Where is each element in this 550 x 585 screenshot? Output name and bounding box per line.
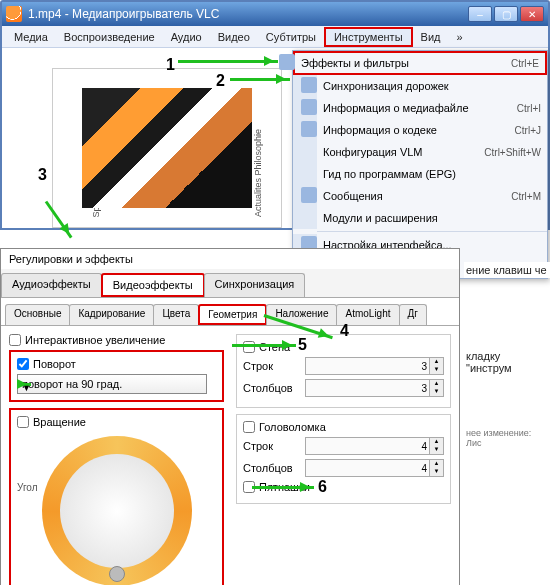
menu-item-icon bbox=[301, 99, 317, 115]
menu-видео[interactable]: Видео bbox=[210, 29, 258, 45]
annot-4: 4 bbox=[340, 322, 349, 340]
maximize-button[interactable]: ▢ bbox=[494, 6, 518, 22]
rotation-dial[interactable] bbox=[42, 436, 192, 585]
puzzle-cols-spinner[interactable]: 4▲▼ bbox=[305, 459, 444, 477]
wall-row[interactable]: Стена bbox=[243, 341, 444, 353]
arrow-6 bbox=[252, 486, 314, 489]
menu-инструменты[interactable]: Инструменты bbox=[324, 27, 413, 47]
puzzle-rows-label: Строк bbox=[243, 440, 299, 452]
sub-tab[interactable]: Кадрирование bbox=[69, 304, 154, 325]
arrow-1 bbox=[178, 60, 278, 63]
menu-item[interactable]: Эффекты и фильтрыCtrl+E bbox=[293, 51, 547, 75]
menubar: МедиаВоспроизведениеАудиоВидеоСубтитрыИн… bbox=[2, 26, 548, 48]
main-tab[interactable]: Видеоэффекты bbox=[101, 273, 205, 297]
angle-label: Угол bbox=[17, 482, 38, 493]
sub-tab[interactable]: Геометрия bbox=[198, 304, 267, 325]
rotate-checkbox[interactable] bbox=[17, 358, 29, 370]
menu-»[interactable]: » bbox=[448, 29, 470, 45]
effects-main-tabs: АудиоэффектыВидеоэффектыСинхронизация bbox=[1, 269, 459, 298]
sub-tab[interactable]: Наложение bbox=[266, 304, 337, 325]
rotation-checkbox[interactable] bbox=[17, 416, 29, 428]
rotate-combo[interactable]: поворот на 90 град. ▼ bbox=[17, 374, 207, 394]
menu-воспроизведение[interactable]: Воспроизведение bbox=[56, 29, 163, 45]
menu-аудио[interactable]: Аудио bbox=[163, 29, 210, 45]
wall-cols-spinner[interactable]: 3▲▼ bbox=[305, 379, 444, 397]
minimize-button[interactable]: – bbox=[468, 6, 492, 22]
annot-5: 5 bbox=[298, 336, 307, 354]
puzzle-rows-spinner[interactable]: 4▲▼ bbox=[305, 437, 444, 455]
sub-tab[interactable]: Основные bbox=[5, 304, 70, 325]
arrow-2 bbox=[230, 78, 290, 81]
puzzle-cols-label: Столбцов bbox=[243, 462, 299, 474]
annot-6: 6 bbox=[318, 478, 327, 496]
puzzle-row[interactable]: Головоломка bbox=[243, 421, 444, 433]
wall-rows-spinner[interactable]: 3▲▼ bbox=[305, 357, 444, 375]
rotate-row[interactable]: Поворот bbox=[17, 358, 216, 370]
wall-checkbox[interactable] bbox=[243, 341, 255, 353]
wall-cols-label: Столбцов bbox=[243, 382, 299, 394]
rotate-label: Поворот bbox=[33, 358, 76, 370]
main-tab[interactable]: Синхронизация bbox=[204, 273, 306, 297]
puzzle-checkbox[interactable] bbox=[243, 421, 255, 433]
sub-tab[interactable]: Дг bbox=[399, 304, 427, 325]
menu-item[interactable]: Конфигурация VLMCtrl+Shift+W bbox=[293, 141, 547, 163]
annot-2: 2 bbox=[216, 72, 225, 90]
arrow-5 bbox=[232, 344, 296, 347]
effects-dialog: Регулировки и эффекты АудиоэффектыВидеоэ… bbox=[0, 248, 460, 585]
menu-item[interactable]: СообщенияCtrl+M bbox=[293, 185, 547, 207]
titlebar[interactable]: 1.mp4 - Медиапроигрыватель VLC – ▢ ✕ bbox=[2, 2, 548, 26]
menu-вид[interactable]: Вид bbox=[413, 29, 449, 45]
chevron-down-icon: ▼ bbox=[22, 383, 31, 386]
tools-dropdown-menu: Эффекты и фильтрыCtrl+EСинхронизация дор… bbox=[292, 50, 548, 279]
menu-субтитры[interactable]: Субтитры bbox=[258, 29, 324, 45]
rotation-row[interactable]: Вращение bbox=[17, 416, 216, 428]
rotation-label: Вращение bbox=[33, 416, 86, 428]
menu-item-icon bbox=[279, 54, 295, 70]
menu-item[interactable]: Информация о медиафайлеCtrl+I bbox=[293, 97, 547, 119]
window-title: 1.mp4 - Медиапроигрыватель VLC bbox=[28, 7, 468, 21]
menu-медиа[interactable]: Медиа bbox=[6, 29, 56, 45]
puzzle-label: Головоломка bbox=[259, 421, 326, 433]
interactive-zoom-label: Интерактивное увеличение bbox=[25, 334, 165, 346]
rotation-knob[interactable] bbox=[109, 566, 125, 582]
puzzle-group: Головоломка Строк 4▲▼ Столбцов 4▲▼ Пятна… bbox=[236, 414, 451, 504]
video-thumbnail: Sple onbine Pahenten Actualites Philosop… bbox=[52, 68, 282, 228]
menu-item-icon bbox=[301, 121, 317, 137]
geometry-panel: Интерактивное увеличение Поворот поворот… bbox=[1, 326, 459, 585]
interactive-zoom-row[interactable]: Интерактивное увеличение bbox=[9, 334, 224, 346]
annot-1: 1 bbox=[166, 56, 175, 74]
effects-dialog-title: Регулировки и эффекты bbox=[1, 249, 459, 269]
wall-rows-label: Строк bbox=[243, 360, 299, 372]
rotate-group: Поворот поворот на 90 град. ▼ bbox=[9, 350, 224, 402]
right-crop-c: нее изменение: Лис bbox=[464, 426, 550, 450]
menu-item-icon bbox=[301, 77, 317, 93]
rotation-group: Вращение Угол 0 356 bbox=[9, 408, 224, 585]
menu-item[interactable]: Гид по программам (EPG) bbox=[293, 163, 547, 185]
right-crop-a: ение клавиш че bbox=[464, 262, 550, 278]
main-tab[interactable]: Аудиоэффекты bbox=[1, 273, 102, 297]
sub-tab[interactable]: Цвета bbox=[153, 304, 199, 325]
video-art bbox=[82, 88, 252, 208]
annot-3: 3 bbox=[38, 166, 47, 184]
menu-item[interactable]: Информация о кодекеCtrl+J bbox=[293, 119, 547, 141]
right-crop-b: кладку "инструм bbox=[464, 348, 550, 376]
thumb-right-text: Actualites Philosophie bbox=[253, 129, 263, 217]
vlc-cone-icon bbox=[6, 6, 22, 22]
menu-item-icon bbox=[301, 187, 317, 203]
effects-sub-tabs: ОсновныеКадрированиеЦветаГеометрияНаложе… bbox=[1, 298, 459, 326]
rotate-combo-value: поворот на 90 град. bbox=[22, 378, 122, 390]
menu-item[interactable]: Синхронизация дорожек bbox=[293, 75, 547, 97]
interactive-zoom-checkbox[interactable] bbox=[9, 334, 21, 346]
close-button[interactable]: ✕ bbox=[520, 6, 544, 22]
menu-item[interactable]: Модули и расширения bbox=[293, 207, 547, 229]
